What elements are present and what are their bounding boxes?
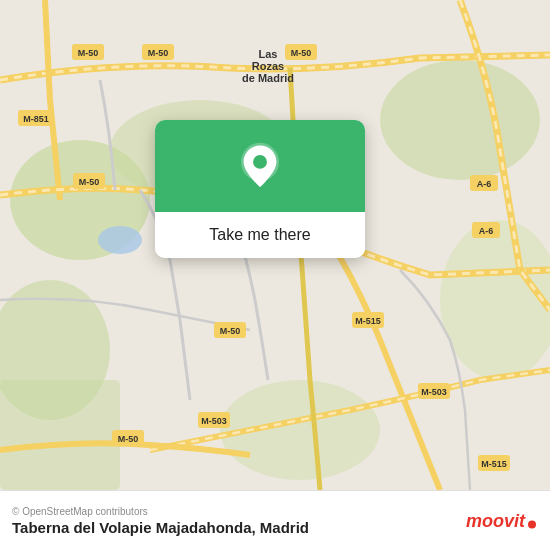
- svg-text:M-50: M-50: [148, 48, 169, 58]
- location-pin-icon: [234, 142, 286, 194]
- take-me-there-button[interactable]: Take me there: [155, 212, 365, 258]
- moovit-dot-icon: [528, 520, 536, 528]
- attribution-text: © OpenStreetMap contributors: [12, 506, 538, 517]
- svg-text:M-50: M-50: [78, 48, 99, 58]
- moovit-logo: moovit: [466, 510, 536, 531]
- place-name: Taberna del Volapie Majadahonda, Madrid: [12, 519, 538, 536]
- svg-text:Las: Las: [259, 48, 278, 60]
- svg-text:M-515: M-515: [481, 459, 507, 469]
- bottom-bar: © OpenStreetMap contributors Taberna del…: [0, 490, 550, 550]
- popup-icon-area: [155, 120, 365, 212]
- svg-text:M-50: M-50: [79, 177, 100, 187]
- moovit-text: moovit: [466, 510, 525, 531]
- svg-text:A-6: A-6: [479, 226, 494, 236]
- svg-text:M-50: M-50: [220, 326, 241, 336]
- svg-text:M-851: M-851: [23, 114, 49, 124]
- svg-text:de Madrid: de Madrid: [242, 72, 294, 84]
- svg-point-8: [98, 226, 142, 254]
- svg-point-3: [380, 60, 540, 180]
- svg-text:A-6: A-6: [477, 179, 492, 189]
- svg-rect-6: [0, 380, 120, 490]
- svg-point-39: [253, 155, 267, 169]
- svg-text:M-50: M-50: [118, 434, 139, 444]
- popup-card: Take me there: [155, 120, 365, 258]
- svg-text:Rozas: Rozas: [252, 60, 284, 72]
- svg-text:M-515: M-515: [355, 316, 381, 326]
- svg-text:M-50: M-50: [291, 48, 312, 58]
- svg-text:M-503: M-503: [201, 416, 227, 426]
- svg-text:M-503: M-503: [421, 387, 447, 397]
- map-container: M-50 M-50 M-50 M-851 M-50 A-6 A-6 M-50 M…: [0, 0, 550, 490]
